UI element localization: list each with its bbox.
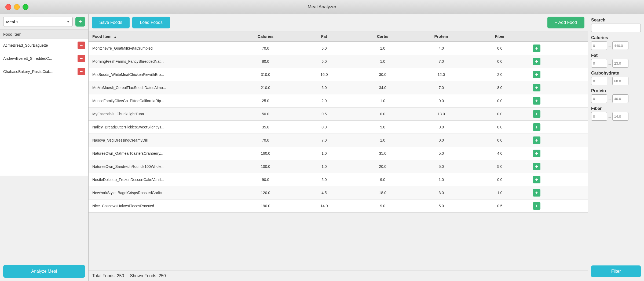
add-food-action-cell-4: + — [529, 94, 588, 108]
col-header-name[interactable]: Food Item ▲ — [89, 31, 236, 42]
add-food-row-button-3[interactable]: + — [533, 84, 540, 91]
add-food-row-button-11[interactable]: + — [533, 189, 540, 197]
left-food-empty-2 — [0, 106, 88, 120]
calories-min-input[interactable] — [591, 41, 607, 50]
fiber-min-input[interactable] — [591, 112, 607, 121]
food-name-cell-7: Nasoya_VegiDressingCreamyDill — [89, 134, 236, 147]
fat-min-input[interactable] — [591, 59, 607, 68]
carbs-cell-4: 1.0 — [353, 94, 412, 108]
carbs-cell-8: 35.0 — [353, 147, 412, 160]
analyze-meal-button[interactable]: Analyze Meal — [3, 265, 85, 278]
food-name-cell-10: NestleDolcetto_FrozenDessertCakeVanill..… — [89, 173, 236, 186]
add-food-row-button-10[interactable]: + — [533, 176, 540, 183]
center-toolbar: Save Foods Load Foods + Add Food — [89, 14, 588, 31]
left-food-empty-0 — [0, 78, 88, 92]
food-name-cell-5: MyEssentials_ChunkLightTuna — [89, 108, 236, 121]
food-name-cell-8: NaturesOwn_OatmealToastersCranberry... — [89, 147, 236, 160]
add-food-action-cell-1: + — [529, 55, 588, 68]
food-name-cell-6: Nalley_BreadButterPicklesSweetSlightlyT.… — [89, 121, 236, 134]
carb-min-input[interactable] — [591, 77, 607, 85]
close-button[interactable] — [5, 4, 11, 10]
remove-food-button-1[interactable]: − — [78, 55, 85, 62]
carbs-cell-0: 1.0 — [353, 42, 412, 55]
fat-ellipsis: ... — [608, 61, 611, 65]
fat-cell-9: 1.0 — [295, 160, 353, 173]
carbs-cell-2: 30.0 — [353, 68, 412, 81]
col-header-calories[interactable]: Calories — [236, 31, 295, 42]
add-food-row-button-7[interactable]: + — [533, 136, 540, 144]
food-name-cell-12: Nice_CashewsHalvesPiecesRoasted — [89, 199, 236, 213]
fiber-cell-12: 0.5 — [470, 199, 529, 213]
search-input[interactable] — [591, 24, 641, 32]
fiber-max-input[interactable] — [612, 112, 628, 121]
add-food-row-button-0[interactable]: + — [533, 45, 540, 52]
protein-cell-3: 7.0 — [412, 81, 470, 94]
add-food-row-button-12[interactable]: + — [533, 202, 540, 210]
load-foods-button[interactable]: Load Foods — [132, 17, 170, 28]
add-food-action-cell-7: + — [529, 134, 588, 147]
table-row: NewYorkStyle_BagelCrispsRoastedGarlic 12… — [89, 186, 588, 199]
table-row: Nasoya_VegiDressingCreamyDill 70.0 7.0 1… — [89, 134, 588, 147]
carbs-cell-10: 9.0 — [353, 173, 412, 186]
traffic-lights — [5, 4, 28, 10]
calories-cell-8: 160.0 — [236, 147, 295, 160]
col-header-protein[interactable]: Protein — [412, 31, 470, 42]
right-panel: Search Calories ... Fat ... Carbohydrate — [588, 14, 644, 281]
fiber-cell-3: 8.0 — [470, 81, 529, 94]
sort-arrow-icon: ▲ — [114, 35, 117, 38]
filter-button[interactable]: Filter — [591, 265, 641, 277]
add-meal-button[interactable]: + — [75, 17, 85, 27]
maximize-button[interactable] — [23, 4, 28, 10]
table-row: Montchevre_GoatMilkFetaCrumbled 70.0 6.0… — [89, 42, 588, 55]
carbs-cell-6: 9.0 — [353, 121, 412, 134]
minimize-button[interactable] — [14, 4, 20, 10]
title-bar: Meal Analyzer — [0, 0, 644, 14]
remove-food-button-2[interactable]: − — [78, 68, 85, 75]
save-foods-button[interactable]: Save Foods — [92, 17, 130, 28]
remove-food-button-0[interactable]: − — [78, 42, 85, 49]
col-header-fat[interactable]: Fat — [295, 31, 353, 42]
add-food-action-cell-10: + — [529, 173, 588, 186]
food-name-cell-3: MuMuMuesli_CerealFlaxSeedsDatesAlmo... — [89, 81, 236, 94]
col-header-fiber[interactable]: Fiber — [470, 31, 529, 42]
add-food-row-button-5[interactable]: + — [533, 110, 540, 118]
add-food-row-button-1[interactable]: + — [533, 58, 540, 65]
fat-max-input[interactable] — [612, 59, 628, 68]
meal-dropdown[interactable]: Meal 1 ▼ — [3, 17, 73, 27]
add-food-action-cell-0: + — [529, 42, 588, 55]
left-food-item-1: AndrewEverett_ShreddedC... − — [0, 52, 88, 65]
add-food-row-button-8[interactable]: + — [533, 150, 540, 157]
meal-dropdown-label: Meal 1 — [6, 20, 18, 24]
fiber-cell-1: 0.0 — [470, 55, 529, 68]
table-row: MuMuMuesli_CerealFlaxSeedsDatesAlmo... 2… — [89, 81, 588, 94]
add-food-row-button-4[interactable]: + — [533, 97, 540, 105]
table-row: MrsBudds_WhiteMeatChickenPiewithBro... 3… — [89, 68, 588, 81]
protein-max-input[interactable] — [612, 94, 628, 103]
col-header-carbs[interactable]: Carbs — [353, 31, 412, 42]
col-header-action — [529, 31, 588, 42]
fiber-cell-6: 0.0 — [470, 121, 529, 134]
add-food-row-button-9[interactable]: + — [533, 163, 540, 170]
add-food-action-cell-11: + — [529, 186, 588, 199]
food-table-container[interactable]: Food Item ▲ Calories Fat Carbs Protein F… — [89, 31, 588, 271]
table-row: Nice_CashewsHalvesPiecesRoasted 190.0 14… — [89, 199, 588, 213]
carbohydrate-section: Carbohydrate ... — [591, 71, 641, 85]
carb-max-input[interactable] — [612, 77, 628, 85]
calories-max-input[interactable] — [612, 41, 628, 50]
add-food-row-button-2[interactable]: + — [533, 71, 540, 78]
food-name-cell-9: NaturesOwn_SandwichRounds100Whole... — [89, 160, 236, 173]
fat-section: Fat ... — [591, 53, 641, 68]
protein-cell-4: 0.0 — [412, 94, 470, 108]
protein-min-input[interactable] — [591, 94, 607, 103]
fat-cell-3: 6.0 — [295, 81, 353, 94]
add-food-action-cell-12: + — [529, 199, 588, 213]
add-food-row-button-6[interactable]: + — [533, 123, 540, 131]
protein-cell-12: 5.0 — [412, 199, 470, 213]
add-food-button[interactable]: + Add Food — [547, 17, 584, 28]
center-panel: Save Foods Load Foods + Add Food Food It… — [89, 14, 588, 281]
protein-cell-2: 12.0 — [412, 68, 470, 81]
add-food-action-cell-2: + — [529, 68, 588, 81]
fiber-cell-4: 0.0 — [470, 94, 529, 108]
protein-cell-10: 1.0 — [412, 173, 470, 186]
protein-cell-7: 0.0 — [412, 134, 470, 147]
